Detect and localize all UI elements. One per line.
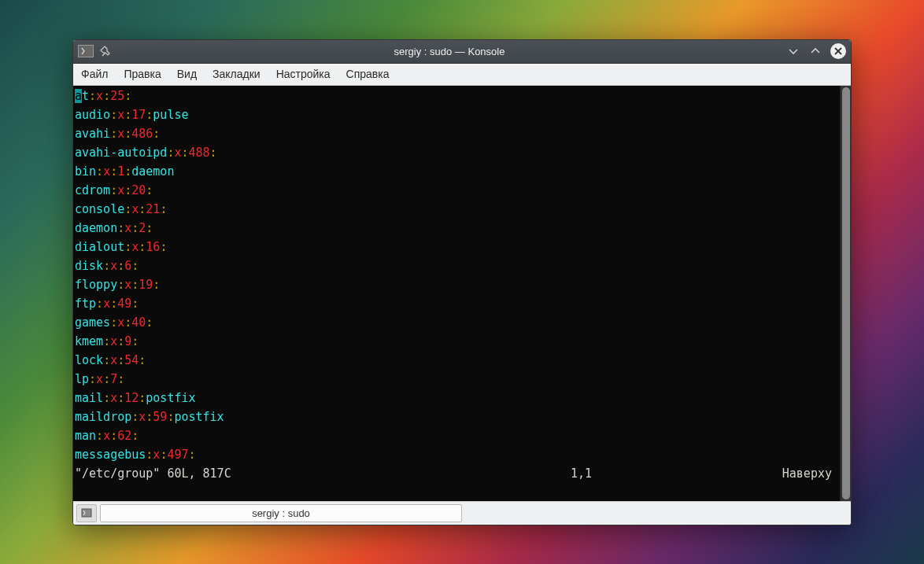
- menu-edit[interactable]: Правка: [124, 68, 161, 80]
- menu-view[interactable]: Вид: [177, 68, 197, 80]
- terminal-line: floppy:x:19:: [75, 275, 838, 294]
- terminal-line: lock:x:54:: [75, 351, 838, 370]
- terminal-line: at:x:25:: [75, 87, 838, 105]
- terminal-line: audio:x:17:pulse: [75, 105, 838, 124]
- status-scroll: Наверху: [744, 464, 838, 483]
- scroll-thumb[interactable]: [842, 87, 850, 499]
- terminal-line: lp:x:7:: [75, 370, 838, 389]
- menu-settings[interactable]: Настройка: [276, 68, 331, 80]
- menubar: Файл Правка Вид Закладки Настройка Справ…: [73, 64, 851, 86]
- window-title: sergiy : sudo — Konsole: [113, 46, 786, 57]
- menu-bookmarks[interactable]: Закладки: [213, 68, 261, 80]
- scrollbar[interactable]: [840, 86, 851, 501]
- terminal-line: dialout:x:16:: [75, 238, 838, 256]
- pin-icon[interactable]: [98, 44, 113, 58]
- app-menu-icon[interactable]: [78, 45, 94, 57]
- konsole-window: sergiy : sudo — Konsole Файл Правка Вид …: [72, 39, 852, 525]
- terminal-line: games:x:40:: [75, 313, 838, 332]
- terminal[interactable]: at:x:25:audio:x:17:pulseavahi:x:486:avah…: [73, 86, 840, 501]
- menu-file[interactable]: Файл: [81, 68, 108, 80]
- terminal-line: ftp:x:49:: [75, 294, 838, 313]
- status-position: 1,1: [571, 464, 744, 483]
- terminal-line: cdrom:x:20:: [75, 181, 838, 200]
- maximize-icon[interactable]: [808, 44, 822, 58]
- terminal-line: disk:x:6:: [75, 256, 838, 275]
- status-file: "/etc/group" 60L, 817C: [75, 464, 571, 483]
- terminal-line: avahi-autoipd:x:488:: [75, 143, 838, 162]
- terminal-line: mail:x:12:postfix: [75, 389, 838, 407]
- terminal-line: man:x:62:: [75, 426, 838, 445]
- vim-statusline: "/etc/group" 60L, 817C1,1Наверху: [75, 464, 838, 483]
- close-icon[interactable]: [830, 43, 846, 59]
- minimize-icon[interactable]: [786, 44, 800, 58]
- terminal-line: bin:x:1:daemon: [75, 162, 838, 181]
- titlebar[interactable]: sergiy : sudo — Konsole: [73, 40, 851, 64]
- terminal-line: console:x:21:: [75, 200, 838, 219]
- menu-help[interactable]: Справка: [346, 68, 390, 80]
- terminal-line: messagebus:x:497:: [75, 445, 838, 464]
- new-tab-button[interactable]: [76, 504, 97, 522]
- terminal-area: at:x:25:audio:x:17:pulseavahi:x:486:avah…: [73, 86, 851, 501]
- terminal-line: kmem:x:9:: [75, 332, 838, 351]
- terminal-line: daemon:x:2:: [75, 219, 838, 238]
- svg-rect-0: [82, 509, 91, 517]
- terminal-line: avahi:x:486:: [75, 124, 838, 143]
- tab-active[interactable]: sergiy : sudo: [100, 504, 462, 522]
- tabbar: sergiy : sudo: [73, 501, 851, 525]
- terminal-line: maildrop:x:59:postfix: [75, 407, 838, 426]
- tab-label: sergiy : sudo: [252, 507, 310, 519]
